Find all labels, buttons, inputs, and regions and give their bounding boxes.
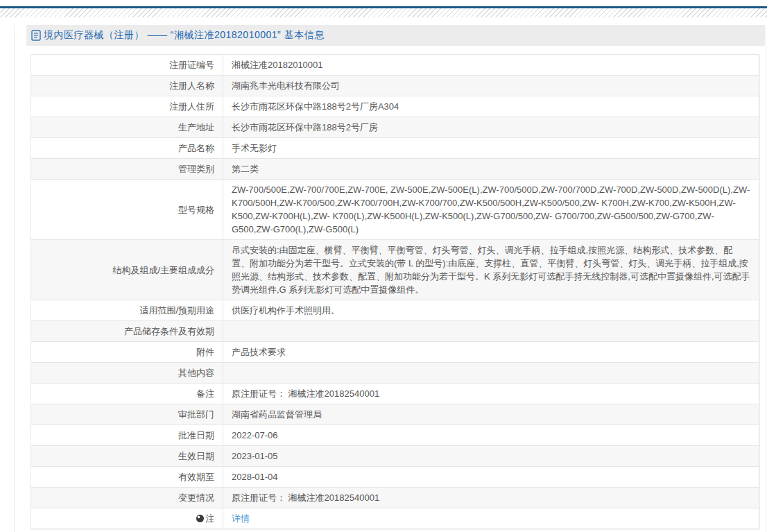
row-label-text: 型号规格 <box>178 205 214 215</box>
table-row: 生产地址长沙市雨花区环保中路188号2号厂房 <box>31 117 759 138</box>
table-row: 结构及组成/主要组成成分吊式安装的:由固定座、横臂、平衡臂、平衡弯管、灯头弯管、… <box>31 240 759 300</box>
row-value: 长沙市雨花区环保中路188号2号厂房A304 <box>223 96 759 117</box>
row-value: 长沙市雨花区环保中路188号2号厂房 <box>223 117 759 138</box>
top-gap <box>0 17 767 25</box>
row-label: 注 <box>31 508 223 529</box>
row-label-text: 变更情况 <box>178 492 214 503</box>
row-label: 生效日期 <box>31 446 223 467</box>
row-label-text: 批准日期 <box>178 430 214 440</box>
row-label: 生产地址 <box>31 117 223 138</box>
top-margin <box>0 0 767 6</box>
row-label: 注册人住所 <box>31 96 223 117</box>
row-label-text: 产品名称 <box>178 143 214 153</box>
row-value: 湘械注准20182010001 <box>223 55 759 76</box>
row-value: 手术无影灯 <box>223 138 759 159</box>
row-label-text: 审批部门 <box>178 409 214 420</box>
note-icon <box>196 515 204 522</box>
row-label-text: 注 <box>205 513 214 524</box>
row-label-text: 有效期至 <box>178 472 214 482</box>
row-label-text: 注册人名称 <box>169 80 214 91</box>
row-value: ZW-700/500E,ZW-700/700E,ZW-700E, ZW-500E… <box>223 180 759 240</box>
table-row: 产品储存条件及有效期 <box>31 321 759 342</box>
row-value: 湖南省药品监督管理局 <box>223 404 759 425</box>
row-value: 供医疗机构作手术照明用。 <box>223 300 759 321</box>
row-label-text: 备注 <box>196 388 214 399</box>
row-value <box>223 321 759 342</box>
table-row: 适用范围/预期用途供医疗机构作手术照明用。 <box>31 300 759 321</box>
row-label: 适用范围/预期用途 <box>31 300 223 321</box>
table-row: 变更情况原注册证号： 湘械注准20182540001 <box>31 488 759 508</box>
row-label-text: 生产地址 <box>178 122 214 132</box>
row-value: 原注册证号： 湘械注准20182540001 <box>223 488 759 508</box>
table-row: 注册人住所长沙市雨花区环保中路188号2号厂房A304 <box>31 96 759 117</box>
page-title: 境内医疗器械（注册） —— “湘械注准20182010001” 基本信息 <box>44 29 325 42</box>
row-label: 产品名称 <box>31 138 223 159</box>
registration-info-table: 注册证编号湘械注准20182010001注册人名称湖南兆丰光电科技有限公司注册人… <box>31 54 759 529</box>
table-row: 附件产品技术要求 <box>31 342 759 363</box>
table-row: 产品名称手术无影灯 <box>31 138 759 159</box>
table-row: 审批部门湖南省药品监督管理局 <box>31 404 759 425</box>
row-label: 型号规格 <box>31 180 223 240</box>
document-icon <box>31 30 41 41</box>
row-label: 注册证编号 <box>31 55 223 76</box>
table-wrapper: 注册证编号湘械注准20182010001注册人名称湖南兆丰光电科技有限公司注册人… <box>31 54 759 529</box>
row-label-text: 其他内容 <box>178 368 214 378</box>
row-label-text: 产品储存条件及有效期 <box>124 326 214 336</box>
row-value: 2023-01-05 <box>223 446 759 467</box>
row-label-text: 管理类别 <box>178 164 214 174</box>
row-label-text: 适用范围/预期用途 <box>139 305 214 316</box>
row-label-text: 注册人住所 <box>169 101 214 112</box>
row-label: 审批部门 <box>31 404 223 425</box>
row-label-text: 结构及组成/主要组成成分 <box>112 265 214 275</box>
table-row: 有效期至2028-01-04 <box>31 467 759 488</box>
row-value: 原注册证号： 湘械注准20182540001 <box>223 384 759 404</box>
row-value: 湖南兆丰光电科技有限公司 <box>223 76 759 96</box>
table-row: 注册证编号湘械注准20182010001 <box>31 55 759 76</box>
row-value: 吊式安装的:由固定座、横臂、平衡臂、平衡弯管、灯头弯管、灯头、调光手柄、拉手组成… <box>223 240 759 300</box>
table-row: 批准日期2022-07-06 <box>31 425 759 446</box>
row-value: 2022-07-06 <box>223 425 759 446</box>
row-label: 附件 <box>31 342 223 363</box>
row-value: 产品技术要求 <box>223 342 759 363</box>
row-label: 批准日期 <box>31 425 223 446</box>
row-label: 结构及组成/主要组成成分 <box>31 240 223 300</box>
row-value: 第二类 <box>223 159 759 180</box>
table-row: 注详情 <box>31 508 759 529</box>
row-label: 管理类别 <box>31 159 223 180</box>
row-value <box>223 363 759 384</box>
row-value: 2028-01-04 <box>223 467 759 488</box>
row-label: 产品储存条件及有效期 <box>31 321 223 342</box>
row-label: 变更情况 <box>31 488 223 508</box>
section-header: 境内医疗器械（注册） —— “湘械注准20182010001” 基本信息 <box>26 25 765 46</box>
table-row: 管理类别第二类 <box>31 159 759 180</box>
row-label-text: 注册证编号 <box>169 60 214 70</box>
table-row: 备注原注册证号： 湘械注准20182540001 <box>31 384 759 404</box>
row-label: 注册人名称 <box>31 76 223 96</box>
hatched-divider <box>0 8 767 17</box>
row-label: 其他内容 <box>31 363 223 384</box>
info-table-body: 注册证编号湘械注准20182010001注册人名称湖南兆丰光电科技有限公司注册人… <box>31 55 759 529</box>
content-panel: 境内医疗器械（注册） —— “湘械注准20182010001” 基本信息 注册证… <box>14 25 766 532</box>
table-row: 注册人名称湖南兆丰光电科技有限公司 <box>31 76 759 96</box>
row-value: 详情 <box>223 508 759 529</box>
table-row: 其他内容 <box>31 363 759 384</box>
row-label: 有效期至 <box>31 467 223 488</box>
row-label: 备注 <box>31 384 223 404</box>
table-row: 生效日期2023-01-05 <box>31 446 759 467</box>
row-label-text: 附件 <box>196 347 214 357</box>
table-row: 型号规格ZW-700/500E,ZW-700/700E,ZW-700E, ZW-… <box>31 180 759 240</box>
detail-link[interactable]: 详情 <box>232 513 250 524</box>
row-label-text: 生效日期 <box>178 451 214 461</box>
